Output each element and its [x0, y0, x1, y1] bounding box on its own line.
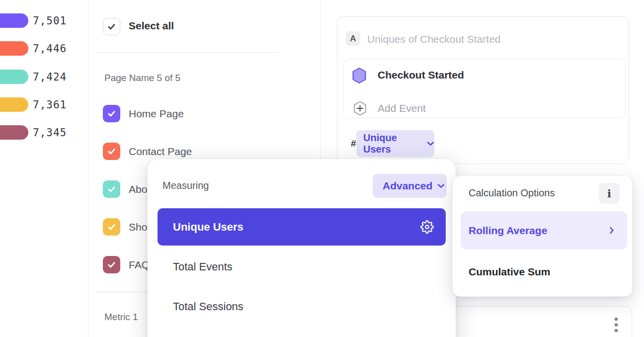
calc-option-rolling-average[interactable]: Rolling Average [461, 211, 627, 250]
legend-value: 7,501 [33, 14, 67, 28]
info-icon[interactable]: i [599, 183, 620, 204]
measure-prefix: # [351, 138, 356, 149]
legend-value: 7,345 [33, 126, 67, 140]
check-icon [107, 222, 116, 232]
check-icon [107, 109, 116, 118]
measuring-menu-title: Measuring [162, 180, 209, 191]
calculation-options-menu: Calculation Options i Rolling Average Cu… [452, 175, 633, 297]
checkbox-shop-page[interactable] [103, 218, 120, 236]
legend-swatch [0, 13, 28, 28]
metric-title-input[interactable]: Uniques of Checkout Started [367, 33, 501, 45]
divider [88, 0, 88, 337]
chevron-down-icon [437, 183, 445, 188]
menu-option-unique-users[interactable]: Unique Users [158, 208, 446, 246]
series-badge: A [346, 31, 360, 46]
chevron-right-icon [609, 227, 614, 234]
select-all-checkbox[interactable] [103, 18, 120, 35]
metric-card-primary: A Uniques of Checkout Started Checkout S… [337, 16, 629, 164]
event-block: Checkout Started Add Event [343, 59, 626, 118]
measuring-menu: Measuring Advanced Unique Users Total Ev… [148, 159, 456, 337]
legend-swatch [0, 70, 28, 84]
metric-label: Metric 1 [104, 312, 138, 323]
event-name[interactable]: Checkout Started [378, 69, 464, 81]
advanced-dropdown-value: Advanced [383, 180, 432, 192]
select-all-label: Select all [129, 20, 174, 32]
filter-row-label: Home Page [129, 107, 184, 120]
measure-dropdown[interactable]: Unique Users [356, 130, 434, 157]
calc-option-label: Rolling Average [469, 225, 547, 237]
divider [96, 52, 280, 53]
event-hexagon-icon [352, 67, 367, 84]
menu-option-total-events[interactable]: Total Events [173, 260, 233, 273]
legend-value: 7,446 [33, 42, 67, 56]
check-icon [107, 260, 116, 269]
calculation-options-title: Calculation Options [469, 187, 555, 199]
measure-dropdown-value: Unique Users [363, 132, 422, 155]
legend-swatch [0, 125, 28, 140]
checkbox-home-page[interactable] [103, 105, 120, 122]
gear-icon[interactable] [420, 220, 434, 234]
add-event-icon[interactable] [353, 101, 367, 116]
legend-swatch [0, 97, 28, 112]
check-icon [107, 184, 116, 194]
checkbox-faq-page[interactable] [103, 256, 120, 273]
checkbox-contact-page[interactable] [103, 143, 120, 160]
checkbox-about-page[interactable] [103, 180, 120, 198]
check-icon [107, 22, 116, 31]
more-options-icon[interactable] [613, 317, 620, 334]
menu-option-label: Unique Users [173, 221, 243, 234]
analytics-screen: 7,501 7,446 7,424 7,361 7,345 Select all… [0, 0, 644, 337]
legend-value: 7,424 [33, 70, 67, 84]
filter-group-label: Page Name 5 of 5 [104, 73, 180, 84]
add-event-label[interactable]: Add Event [378, 102, 426, 114]
menu-option-total-sessions[interactable]: Total Sessions [173, 300, 243, 313]
filter-row-label: Contact Page [129, 145, 192, 158]
chevron-down-icon [427, 141, 434, 146]
advanced-dropdown[interactable]: Advanced [373, 174, 447, 198]
legend-value: 7,361 [33, 98, 67, 112]
legend-swatch [0, 41, 28, 56]
check-icon [107, 147, 116, 156]
calc-option-cumulative-sum[interactable]: Cumulative Sum [469, 266, 551, 278]
